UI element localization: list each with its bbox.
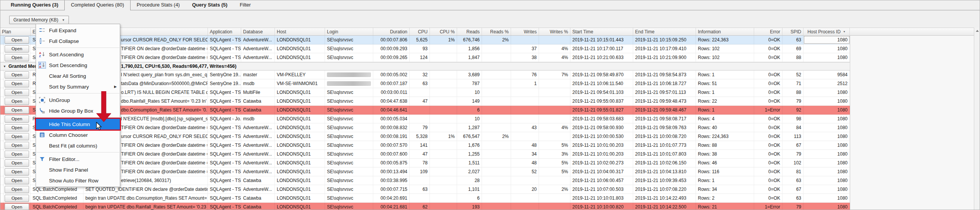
column-header-start[interactable]: Start Time [570,28,633,35]
column-header-writes_pct[interactable]: Writes % [539,28,570,35]
table-row[interactable]: OpenSQL:BatchCompletedo.LRT') IS NULL BE… [0,88,850,97]
tab-filter[interactable]: Filter [234,0,257,10]
tab-query-stats-5[interactable]: Query Stats (5) [186,0,234,10]
menu-item-full-collapse[interactable]: Full Collapse [36,36,120,46]
cell-text: SQLAgent - TS... [210,151,241,157]
full-collapse-icon [38,38,47,44]
column-header-login[interactable]: Login [325,28,373,35]
cell-cpu: 47 [410,150,430,158]
column-header-host[interactable]: Host [275,28,325,35]
column-header-end[interactable]: End Time [633,28,696,35]
table-row[interactable]: OpenSQL:BatchCompletedbegin tran UPDATE … [0,194,850,203]
table-row[interactable]: OpenSQL:BatchCompletedTIFIER ON declare … [0,150,850,159]
cell-text: 7% [562,72,568,77]
table-row[interactable]: OpenSQL:BatchCompletedTIFIER ON declare … [0,141,850,150]
tab-completed-queries-80[interactable]: Completed Queries (80) [64,0,131,10]
group-expand-icon[interactable]: ▼ [3,65,6,68]
column-header-hpid[interactable]: Host Process ID▼ [804,28,850,35]
menu-item-sort-ascending[interactable]: AZSort Ascending [36,49,120,60]
open-plan-button[interactable]: Open [5,168,29,176]
column-header-spid[interactable]: SPID [782,28,804,35]
open-plan-button[interactable]: Open [5,203,29,210]
open-plan-button[interactable]: Open [5,36,29,44]
column-header-info[interactable]: Information [696,28,754,35]
open-plan-button[interactable]: Open [5,89,29,96]
cell-app: SQLAgent - TS... [208,44,241,53]
table-row[interactable]: OpenRPC:CompletedtatsData @MinDuration=5… [0,79,850,88]
table-row[interactable]: OpenSQL:BatchCompletedursor CURSOR READ_… [0,36,850,44]
open-plan-button[interactable]: Open [5,195,29,202]
open-plan-button[interactable]: Open [5,124,29,131]
cell-text: 1080 [837,195,848,201]
open-plan-button[interactable]: Open [5,133,29,140]
open-plan-button[interactable]: Open [5,177,29,184]
table-row[interactable]: OpenRPC:Completedl N'EXECUTE [msdb].[dbo… [0,115,850,123]
table-row[interactable]: OpenSQL:BatchCompletedTIFIER ON declare … [0,123,850,132]
cell-writes [511,132,539,141]
open-plan-button[interactable]: Open [5,45,29,52]
group-by-field-button[interactable]: Granted Memory (KB) ▼ [9,16,69,24]
column-header-app[interactable]: Application [208,28,241,35]
cell-end: 2019-11-21 09:58:08.717 [633,115,696,123]
menu-item-sort-descending[interactable]: ZASort Descending [36,60,120,71]
table-row[interactable]: OpenRPC:Completedl N'select query_plan f… [0,71,850,79]
menu-item-hide-group-by-box[interactable]: Hide Group By Box [36,105,120,116]
table-row[interactable]: OpenSQL:BatchCompletedSET QUOTED_IDENTIF… [0,185,850,194]
tab-procedure-stats-4[interactable]: Procedure Stats (4) [131,0,186,10]
menu-item-sort-by-summary[interactable]: Sort by Summary▶ [36,81,120,92]
open-plan-button[interactable]: Open [5,186,29,193]
menu-item-column-chooser[interactable]: Column Chooser [36,130,120,140]
cell-reads_pct [482,141,511,149]
cell-start: 2019-11-21 10:10:01.803 [570,194,633,202]
cell-text: 1080 [837,143,848,148]
table-row[interactable]: OpenSQL:BatchCompleteddbo.Consumption_Ra… [0,106,850,115]
column-header-reads_pct[interactable]: Reads % [482,28,511,35]
open-plan-button[interactable]: Open [5,71,29,79]
column-header-duration[interactable]: Duration [373,28,410,35]
open-plan-button[interactable]: Open [5,159,29,167]
cell-login: SE\sqlsrvsvc [325,194,373,202]
column-header-db[interactable]: Database [241,28,275,35]
column-header-cpu_pct[interactable]: CPU % [430,28,457,35]
menu-item-show-find-panel[interactable]: Show Find Panel [36,164,120,175]
menu-item-ungroup[interactable]: UnGroup [36,95,120,105]
cell-login: SE\sqlsrvsvc [325,123,373,132]
cell-text: 00:00:09.293 [381,46,407,51]
open-plan-button[interactable]: Open [5,80,29,87]
menu-item-hide-this-column[interactable]: Hide This Column [36,119,120,130]
open-plan-button[interactable]: Open [5,115,29,123]
column-header-writes[interactable]: Writes [511,28,539,35]
column-header-error[interactable]: Error [754,28,782,35]
table-row[interactable]: OpenSQL:BatchCompletedTIFIER ON declare … [0,159,850,167]
menu-item-best-fit-all-columns[interactable]: Best Fit (all columns) [36,140,120,151]
menu-item-full-expand[interactable]: Full Expand [36,25,120,36]
cell-text: Catawba [243,204,261,210]
menu-item-show-auto-filter-row[interactable]: Show Auto Filter Row [36,175,120,186]
cell-app: SentryOne 19.... [208,71,241,79]
table-row[interactable]: OpenSQL:BatchCompleteddbo.Rainfall_Rates… [0,97,850,106]
menu-item-clear-all-sorting[interactable]: Clear All Sorting [36,71,120,81]
cell-cpu_pct [430,44,457,53]
table-row[interactable]: OpenSQL:BatchCompletedursor CURSOR READ_… [0,132,850,141]
group-row[interactable]: ▼Granted Memory (KB): 1080 (Duration=1,7… [0,62,850,71]
column-header-reads[interactable]: Reads [457,28,482,35]
open-plan-button[interactable]: Open [5,107,29,114]
open-plan-button[interactable]: Open [5,142,29,149]
column-header-cpu[interactable]: CPU [410,28,430,35]
open-plan-button[interactable]: Open [5,54,29,61]
table-row[interactable]: OpenSQL:BatchCompletedetrieve(120684, 36… [0,176,850,185]
table-row[interactable]: OpenSQL:BatchCompletedTIFIER ON declare … [0,53,850,62]
open-plan-button[interactable]: Open [5,151,29,158]
cell-text: 2019-11-21 09:58:00.930 [572,125,624,130]
table-row[interactable]: OpenSQL:BatchCompletedbegin tran UPDATE … [0,203,850,210]
menu-item-filter-editor[interactable]: Filter Editor... [36,154,120,164]
cell-error: 0=OK [754,194,782,202]
table-row[interactable]: OpenSQL:BatchCompletedTIFIER ON declare … [0,167,850,176]
table-row[interactable]: OpenSQL:BatchCompletedTIFIER ON declare … [0,44,850,53]
scroll-up-icon[interactable] [974,28,980,34]
open-plan-button[interactable]: Open [5,98,29,105]
cell-text: SQLAgent - TS... [210,55,241,60]
column-header-plan[interactable]: Plan [0,28,31,35]
tab-running-queries-3[interactable]: Running Queries (3) [5,0,64,10]
vertical-scrollbar[interactable] [974,28,980,210]
